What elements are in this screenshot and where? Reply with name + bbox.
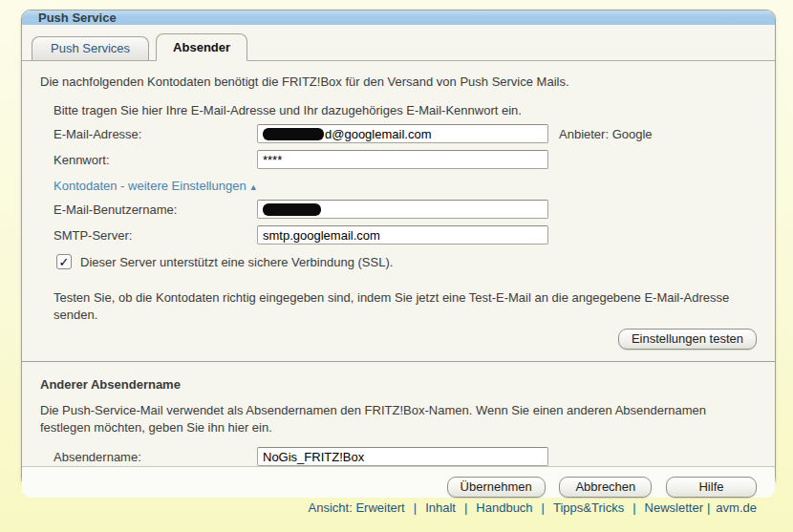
intro-text: Die nachfolgenden Kontodaten benötigt di… — [40, 74, 757, 89]
email-label: E-Mail-Adresse: — [54, 127, 257, 141]
tab-push-services-label: Push Services — [51, 41, 130, 55]
redacted-username-value — [263, 203, 321, 216]
username-field[interactable] — [257, 200, 548, 219]
apply-button[interactable]: Übernehmen — [447, 477, 546, 498]
username-row: E-Mail-Benutzername: — [54, 200, 757, 219]
sender-section: Anderer Absendername Die Push-Service-Ma… — [22, 362, 775, 466]
smtp-field[interactable] — [257, 225, 548, 245]
password-field[interactable] — [257, 150, 548, 169]
password-row: Kennwort: — [54, 150, 757, 169]
sender-heading: Anderer Absendername — [40, 377, 757, 392]
smtp-label: SMTP-Server: — [54, 228, 257, 243]
action-bar: Übernehmen Abbrechen Hilfe — [22, 466, 775, 498]
footer-link-tipps[interactable]: Tipps&Tricks — [553, 500, 624, 515]
tab-absender-label: Absender — [173, 40, 230, 54]
password-label: Kennwort: — [54, 153, 257, 167]
help-button[interactable]: Hilfe — [666, 477, 757, 498]
footer-link-handbuch[interactable]: Handbuch — [476, 500, 532, 515]
test-settings-button[interactable]: Einstellungen testen — [618, 329, 757, 350]
footer-link-newsletter[interactable]: Newsletter — [645, 500, 703, 515]
footer-link-inhalt[interactable]: Inhalt — [425, 500, 456, 515]
account-details-link[interactable]: Kontodaten - weitere Einstellungen — [54, 179, 246, 193]
footer-separator: | — [632, 500, 635, 515]
sendername-row: Absendername: — [54, 447, 757, 466]
window-titlebar: Push Service — [22, 11, 775, 25]
footer: Ansicht: Erweitert|Inhalt|Handbuch|Tipps… — [0, 500, 757, 515]
redacted-email-value — [263, 128, 324, 140]
sendername-label: Absendername: — [54, 450, 257, 464]
ssl-checkbox[interactable]: ✓ — [56, 254, 72, 269]
ssl-row: ✓ Dieser Server unterstützt eine sichere… — [56, 254, 757, 269]
checkmark-icon: ✓ — [59, 256, 70, 268]
footer-link-avm[interactable]: avm.de — [716, 500, 757, 515]
window-title: Push Service — [38, 11, 117, 25]
sender-description: Die Push-Service-Mail verwendet als Abse… — [40, 402, 747, 436]
account-section: Die nachfolgenden Kontodaten benötigt di… — [22, 61, 775, 350]
footer-link-ansicht[interactable]: Ansicht: Erweitert — [309, 500, 405, 515]
tab-bar: Push Services Absender — [22, 25, 775, 61]
ssl-label: Dieser Server unterstützt eine sichere V… — [80, 255, 393, 269]
email-row: E-Mail-Adresse: d@googlemail.com Anbiete… — [54, 124, 757, 143]
push-service-window: Push Service Push Services Absender Die … — [21, 10, 776, 487]
email-visible-value: d@googlemail.com — [325, 127, 431, 141]
smtp-row: SMTP-Server: — [54, 225, 757, 245]
footer-separator: | — [542, 500, 545, 515]
tab-push-services[interactable]: Push Services — [32, 36, 149, 61]
cancel-button[interactable]: Abbrechen — [559, 477, 652, 498]
footer-separator: | — [464, 500, 467, 515]
test-hint-text: Testen Sie, ob die Kontodaten richtig ei… — [54, 289, 737, 323]
username-label: E-Mail-Benutzername: — [54, 202, 257, 217]
provider-label: Anbieter: Google — [559, 127, 653, 141]
footer-separator: | — [707, 500, 710, 515]
tab-absender[interactable]: Absender — [156, 33, 247, 61]
footer-separator: | — [414, 500, 417, 515]
email-hint-text: Bitte tragen Sie hier Ihre E-Mail-Adress… — [54, 103, 757, 117]
email-field[interactable]: d@googlemail.com — [257, 124, 548, 143]
account-details-link-row: Kontodaten - weitere Einstellungen▲ — [54, 179, 757, 193]
collapse-arrow-icon[interactable]: ▲ — [249, 182, 258, 192]
sendername-field[interactable] — [257, 447, 548, 466]
